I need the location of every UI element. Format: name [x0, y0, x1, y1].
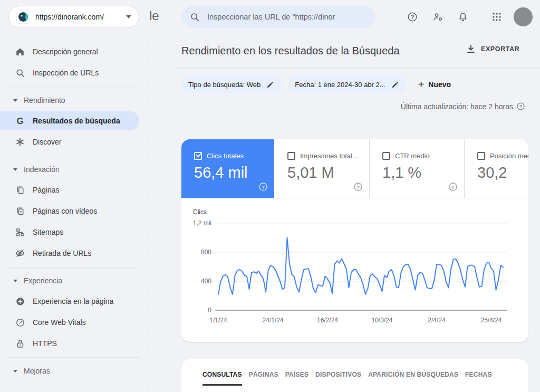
- clicks-line-chart[interactable]: Clics1,2 mil80040001/1/2424/1/2416/2/241…: [181, 206, 528, 342]
- url-inspection-search-input[interactable]: Inspeccionar las URL de "https://dinor: [181, 6, 375, 28]
- sidebar-item-experiencia-en-la-p-gina[interactable]: Experiencia en la página: [0, 291, 148, 312]
- user-settings-icon[interactable]: [427, 6, 448, 27]
- search-placeholder: Inspeccionar las URL de "https://dinor: [207, 13, 335, 21]
- edit-pencil-icon[interactable]: [266, 80, 275, 89]
- sidebar-item-p-ginas-con-v-deos[interactable]: Páginas con vídeos: [0, 200, 148, 222]
- filter-chip-1[interactable]: Fecha: 1 ene 2024-30 abr 2...: [288, 76, 406, 93]
- last-update: Última actualización: hace 2 horas ?: [401, 102, 525, 111]
- performance-card: Clics totales56,4 mil?Impresiones total.…: [181, 139, 528, 342]
- sidebar-divider: [8, 156, 140, 156]
- new-filter-button[interactable]: +Nuevo: [418, 79, 451, 90]
- metric-value: 1,1 %: [382, 164, 464, 181]
- sidebar-section-rendimiento[interactable]: Rendimiento: [0, 90, 148, 110]
- help-icon[interactable]: ?: [516, 102, 525, 111]
- metric-card-2[interactable]: CTR medio1,1 %?: [369, 139, 464, 198]
- sidebar-nav: Descripción generalInspección de URLsRen…: [0, 34, 148, 392]
- section-collapse-icon: [13, 99, 17, 102]
- export-label: EXPORTAR: [481, 45, 519, 53]
- edit-pencil-icon[interactable]: [391, 80, 400, 89]
- notifications-icon[interactable]: [452, 6, 474, 27]
- sidebar-section-mejoras[interactable]: Mejoras: [0, 361, 148, 381]
- lock-icon: [15, 338, 25, 349]
- svg-text:?: ?: [519, 104, 522, 109]
- filter-chip-0[interactable]: Tipo de búsqueda: Web: [181, 76, 282, 93]
- page-title: Rendimiento en los resultados de la Búsq…: [181, 45, 400, 57]
- sidebar-section-experiencia[interactable]: Experiencia: [0, 271, 148, 291]
- tab-p-ginas[interactable]: PÁGINAS: [249, 371, 278, 386]
- metric-card-0[interactable]: Clics totales56,4 mil?: [181, 139, 274, 198]
- metric-checkbox[interactable]: [287, 152, 295, 160]
- metric-value: 56,4 mil: [194, 164, 274, 181]
- help-icon[interactable]: ?: [258, 182, 268, 192]
- sidebar-item-https[interactable]: HTTPS: [0, 333, 148, 354]
- svg-text:?: ?: [356, 184, 360, 190]
- header-divider: [173, 67, 540, 68]
- site-favicon-icon: [16, 10, 30, 24]
- svg-text:?: ?: [411, 14, 414, 20]
- sidebar-item-descripci-n-general[interactable]: Descripción general: [0, 41, 148, 62]
- avatar[interactable]: [514, 7, 533, 26]
- plus-icon: +: [418, 79, 425, 90]
- dimension-tabs: CONSULTASPÁGINASPAÍSESDISPOSITIVOSAPARIC…: [181, 359, 528, 386]
- clicks-series-line: [218, 238, 503, 294]
- page-experience-icon: [15, 296, 25, 307]
- metric-checkbox[interactable]: [382, 152, 390, 160]
- top-bar: le https://dinorank.com/ Inspeccionar la…: [0, 0, 540, 34]
- filter-bar: Tipo de búsqueda: WebFecha: 1 ene 2024-3…: [181, 76, 451, 93]
- y-tick-label: 400: [201, 278, 211, 285]
- metric-checkbox[interactable]: [194, 152, 202, 160]
- property-url: https://dinorank.com/: [35, 13, 121, 21]
- sidebar-item-resultados-de-b-squeda[interactable]: GResultados de búsqueda: [0, 111, 139, 130]
- x-tick-label: 10/3/24: [371, 317, 392, 324]
- tab-fechas[interactable]: FECHAS: [465, 371, 492, 386]
- search-console-logo-fragment: le: [149, 8, 159, 23]
- help-icon[interactable]: ?: [402, 6, 423, 27]
- g-logo-icon: G: [15, 116, 25, 126]
- x-tick-label: 2/4/24: [428, 317, 446, 324]
- tab-consultas[interactable]: CONSULTAS: [202, 371, 242, 386]
- sidebar-item-retirada-de-urls[interactable]: Retirada de URLs: [0, 243, 148, 264]
- y-tick-label: 800: [201, 248, 211, 256]
- pages-video-icon: [15, 206, 25, 216]
- chart-series-title: Clics: [193, 208, 207, 216]
- search-icon: [190, 12, 200, 22]
- y-tick-label: 0: [208, 307, 211, 314]
- export-button[interactable]: EXPORTAR: [466, 44, 519, 54]
- search-icon: [15, 68, 25, 78]
- sidebar-divider: [8, 87, 140, 87]
- svg-text:G: G: [16, 116, 23, 126]
- svg-text:?: ?: [451, 184, 455, 190]
- metric-card-3[interactable]: Posición med30,2: [464, 139, 528, 198]
- sidebar-item-inspecci-n-de-urls[interactable]: Inspección de URLs: [0, 62, 148, 83]
- metric-value: 30,2: [477, 164, 528, 181]
- sitemap-icon: [15, 227, 25, 237]
- sidebar-item-discover[interactable]: Discover: [0, 131, 148, 152]
- chevron-down-icon: [126, 15, 131, 18]
- help-icon[interactable]: ?: [448, 182, 458, 192]
- sidebar-item-p-ginas[interactable]: Páginas: [0, 179, 148, 200]
- last-update-text: Última actualización: hace 2 horas: [401, 102, 513, 111]
- metric-cards: Clics totales56,4 mil?Impresiones total.…: [181, 139, 528, 198]
- download-icon: [466, 44, 476, 54]
- x-tick-label: 16/2/24: [317, 317, 338, 324]
- topbar-actions: ?: [402, 0, 533, 34]
- metric-value: 5,01 M: [287, 164, 369, 181]
- apps-grid-icon[interactable]: [486, 6, 507, 27]
- x-tick-label: 25/4/24: [480, 317, 502, 324]
- sidebar-item-core-web-vitals[interactable]: Core Web Vitals: [0, 312, 148, 333]
- sidebar-item-sitemaps[interactable]: Sitemaps: [0, 222, 148, 243]
- x-tick-label: 24/1/24: [262, 317, 283, 324]
- home-icon: [15, 46, 25, 57]
- sidebar-section-indexación[interactable]: Indexación: [0, 159, 148, 179]
- sidebar-content-divider: [148, 34, 148, 392]
- help-icon[interactable]: ?: [353, 182, 363, 192]
- property-selector[interactable]: https://dinorank.com/: [8, 6, 139, 28]
- tab-pa-ses[interactable]: PAÍSES: [285, 371, 308, 386]
- metric-card-1[interactable]: Impresiones total...5,01 M?: [274, 139, 369, 198]
- sidebar-divider: [8, 267, 140, 267]
- pages-icon: [15, 185, 25, 195]
- tab-aparici-n-en-b-squedas[interactable]: APARICIÓN EN BÚSQUEDAS: [368, 371, 458, 386]
- section-collapse-icon: [13, 168, 17, 171]
- metric-checkbox[interactable]: [477, 152, 485, 160]
- tab-dispositivos[interactable]: DISPOSITIVOS: [315, 371, 361, 386]
